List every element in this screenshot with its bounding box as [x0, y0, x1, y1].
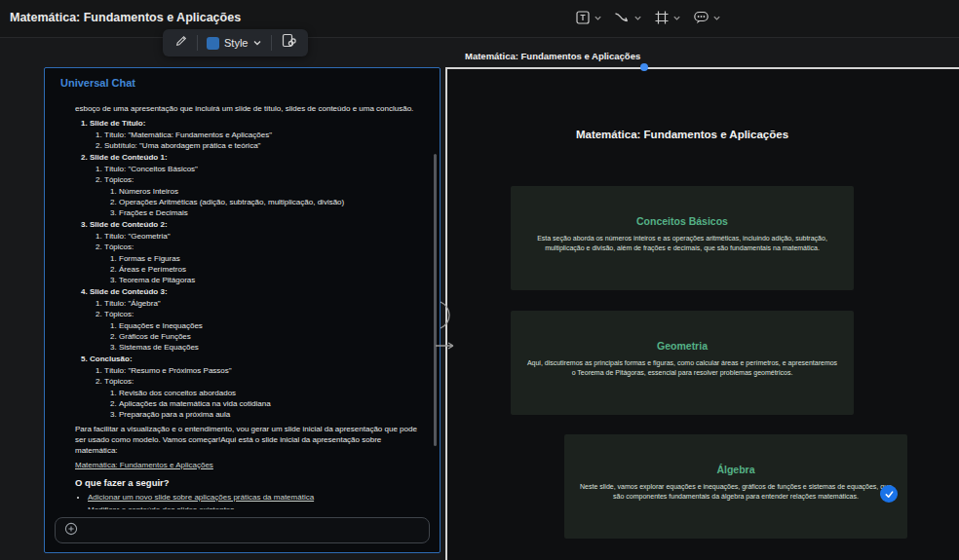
- toolbar-divider: [197, 35, 198, 51]
- style-label: Style: [224, 37, 248, 49]
- chevron-down-icon: [252, 34, 262, 52]
- text-tool-button[interactable]: [575, 10, 602, 25]
- selection-toolbar: Style: [163, 29, 308, 56]
- chat-panel-title: Universal Chat: [60, 77, 135, 89]
- universal-chat-panel: Universal Chat esboço de uma apresentaçã…: [44, 67, 441, 553]
- chevron-down-icon[interactable]: [594, 14, 602, 22]
- chat-outline: Slide de Título:Título: "Matemática: Fun…: [75, 118, 424, 420]
- text-tool-icon: [575, 10, 591, 25]
- slide-sections: Conceitos Básicos Esta seção aborda os n…: [511, 186, 920, 539]
- outline-item: Slide de Conteúdo 2:Título: "Geometria"T…: [90, 219, 424, 285]
- comment-tool-button[interactable]: [693, 10, 721, 25]
- option-link[interactable]: Modificar o conteúdo dos slides existent…: [88, 505, 234, 509]
- outline-item: Slide de Conteúdo 1:Título: "Conceitos B…: [90, 152, 424, 218]
- chevron-down-icon[interactable]: [633, 14, 642, 22]
- chat-generate-text: Para facilitar a visualização e o entend…: [75, 424, 424, 456]
- frame-tool-button[interactable]: [654, 10, 681, 25]
- toolbar-divider: [271, 35, 272, 51]
- canvas-tools: [575, 10, 729, 25]
- section-body: Neste slide, vamos explorar equações e i…: [578, 482, 894, 502]
- section-card-algebra[interactable]: Álgebra Neste slide, vamos explorar equa…: [564, 434, 907, 539]
- chevron-down-icon[interactable]: [712, 14, 721, 22]
- app-title: Matemática: Fundamentos e Aplicações: [10, 11, 241, 24]
- connector-tool-button[interactable]: [614, 11, 642, 24]
- style-dropdown[interactable]: Style: [207, 34, 262, 52]
- style-swatch: [207, 37, 219, 50]
- chat-input[interactable]: [84, 526, 420, 536]
- section-title: Geometria: [524, 340, 840, 352]
- section-card-geometria[interactable]: Geometria Aqui, discutiremos as principa…: [511, 311, 854, 415]
- connector-arrow[interactable]: [434, 295, 461, 359]
- chevron-down-icon[interactable]: [672, 14, 681, 22]
- header-bar: Matemática: Fundamentos e Aplicações: [0, 0, 959, 38]
- chat-input-bar: [55, 517, 430, 543]
- connector-tool-icon: [614, 11, 631, 24]
- frame-label[interactable]: Matemática: Fundamentos e Aplicações: [465, 51, 640, 61]
- frame-tool-icon: [654, 10, 670, 25]
- outline-item: Conclusão:Título: "Resumo e Próximos Pas…: [90, 354, 424, 420]
- slide-link[interactable]: Matemática: Fundamentos e Aplicações: [75, 461, 213, 469]
- add-attachment-icon[interactable]: [64, 522, 78, 540]
- chat-options: Adicionar um novo slide sobre aplicações…: [75, 492, 424, 509]
- section-body: Esta seção aborda os números inteiros e …: [524, 234, 840, 253]
- chat-intro-text: esboço de uma apresentação que incluirá …: [75, 103, 424, 114]
- comment-tool-icon: [693, 10, 710, 25]
- outline-item: Slide de Conteúdo 3:Título: "Álgebra"Tóp…: [90, 286, 424, 353]
- prototype-link-icon[interactable]: [281, 33, 296, 53]
- section-card-conceitos-basicos[interactable]: Conceitos Básicos Esta seção aborda os n…: [511, 186, 854, 290]
- next-steps-heading: O que fazer a seguir?: [75, 477, 424, 488]
- slide-frame[interactable]: Matemática: Fundamentos e Aplicações Con…: [445, 67, 959, 560]
- pencil-icon[interactable]: [174, 34, 188, 52]
- option-link[interactable]: Adicionar um novo slide sobre aplicações…: [88, 493, 314, 502]
- section-title: Conceitos Básicos: [524, 215, 840, 227]
- check-badge: [880, 485, 898, 503]
- section-title: Álgebra: [578, 464, 894, 475]
- slide-title[interactable]: Matemática: Fundamentos e Aplicações: [511, 129, 854, 140]
- outline-item: Slide de Título:Título: "Matemática: Fun…: [90, 118, 424, 151]
- connector-anchor-dot[interactable]: [640, 63, 648, 71]
- section-body: Aqui, discutiremos as principais formas …: [524, 358, 840, 378]
- chat-message: esboço de uma apresentação que incluirá …: [75, 99, 424, 509]
